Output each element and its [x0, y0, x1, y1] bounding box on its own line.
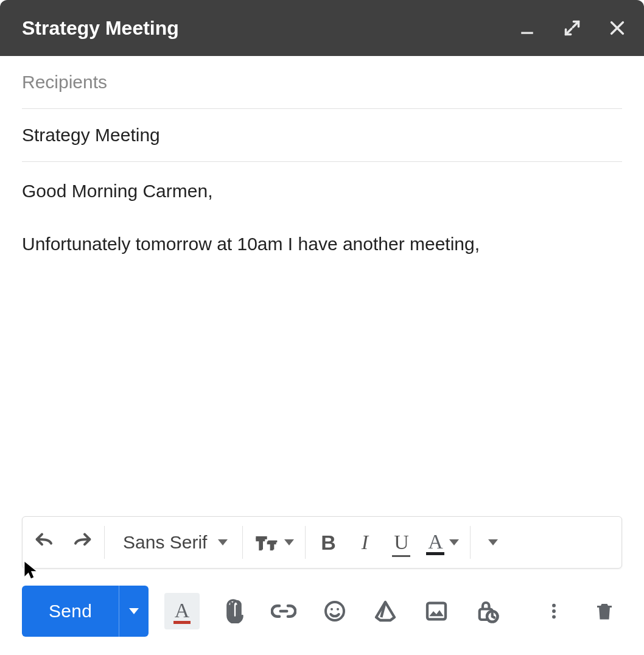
toolbar-separator — [104, 526, 105, 559]
redo-button[interactable] — [65, 524, 98, 561]
minimize-button[interactable] — [517, 18, 537, 38]
undo-icon — [33, 530, 57, 555]
font-family-label: Sans Serif — [123, 532, 207, 553]
italic-button[interactable]: I — [348, 524, 381, 561]
redo-icon — [69, 530, 94, 555]
chevron-down-icon — [218, 539, 228, 545]
paperclip-icon — [222, 599, 244, 623]
subject-row[interactable] — [22, 109, 622, 162]
window-title: Strategy Meeting — [22, 17, 517, 40]
titlebar: Strategy Meeting — [0, 0, 644, 56]
insert-image-button[interactable] — [419, 593, 454, 629]
send-button[interactable]: Send — [22, 586, 119, 637]
link-icon — [271, 598, 296, 624]
discard-draft-button[interactable] — [587, 593, 622, 629]
text-color-button[interactable]: A — [421, 524, 464, 561]
svg-point-8 — [552, 604, 556, 608]
trash-icon — [593, 599, 615, 623]
font-size-icon — [254, 530, 278, 555]
chevron-down-icon — [488, 539, 498, 545]
underline-button[interactable]: U — [385, 524, 418, 561]
close-button[interactable] — [607, 18, 627, 38]
svg-point-9 — [552, 609, 556, 613]
chevron-down-icon — [129, 608, 139, 614]
message-body[interactable]: Good Morning Carmen, Unfortunately tomor… — [0, 162, 644, 516]
fullscreen-button[interactable] — [562, 18, 582, 38]
italic-icon: I — [362, 531, 368, 554]
send-group: Send — [22, 586, 149, 637]
bold-button[interactable]: B — [312, 524, 345, 561]
window-controls — [517, 18, 627, 38]
insert-emoji-button[interactable] — [317, 593, 352, 629]
insert-link-button[interactable] — [266, 593, 301, 629]
close-icon — [609, 19, 626, 37]
format-toolbar: Sans Serif B I U A — [22, 516, 622, 569]
underline-icon: U — [394, 531, 409, 554]
toolbar-separator — [242, 526, 243, 559]
text-color-icon: A — [428, 530, 443, 553]
undo-button[interactable] — [29, 524, 61, 561]
bold-icon: B — [321, 531, 336, 555]
more-formatting-button[interactable] — [477, 524, 509, 561]
text-format-icon: A — [175, 599, 190, 622]
more-vertical-icon — [544, 599, 564, 623]
formatting-options-button[interactable]: A — [164, 593, 200, 629]
svg-point-3 — [337, 608, 339, 611]
emoji-icon — [323, 599, 347, 623]
send-options-button[interactable] — [119, 586, 149, 637]
more-options-button[interactable] — [536, 593, 572, 629]
insert-drive-button[interactable] — [368, 593, 403, 629]
drive-icon — [373, 599, 397, 623]
subject-input[interactable] — [22, 125, 622, 145]
minimize-icon — [519, 20, 535, 36]
underline-bar-icon — [392, 555, 410, 557]
font-family-select[interactable]: Sans Serif — [111, 532, 236, 553]
font-size-button[interactable] — [249, 524, 299, 561]
svg-rect-0 — [521, 32, 533, 34]
lock-clock-icon — [474, 598, 500, 624]
svg-point-2 — [331, 608, 333, 611]
chevron-down-icon — [449, 539, 459, 545]
compose-window: Strategy Meeting Good Morning Carmen, Un… — [0, 0, 644, 655]
confidential-mode-button[interactable] — [469, 593, 505, 629]
image-icon — [424, 599, 449, 623]
recipients-row[interactable] — [22, 56, 622, 109]
toolbar-separator — [305, 526, 306, 559]
chevron-down-icon — [284, 539, 294, 545]
svg-point-1 — [326, 602, 344, 620]
recipients-input[interactable] — [22, 72, 622, 93]
toolbar-separator — [470, 526, 471, 559]
fullscreen-icon — [564, 19, 581, 37]
svg-point-10 — [552, 615, 556, 618]
header-fields — [0, 56, 644, 162]
bottom-bar: Send A — [0, 575, 644, 655]
attach-file-button[interactable] — [215, 593, 251, 629]
svg-rect-4 — [427, 603, 446, 620]
